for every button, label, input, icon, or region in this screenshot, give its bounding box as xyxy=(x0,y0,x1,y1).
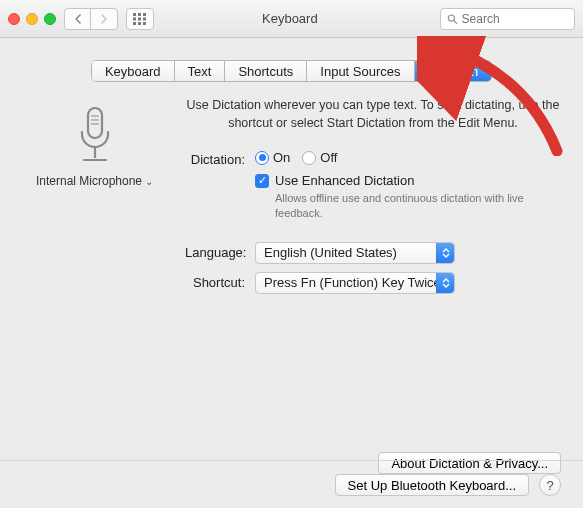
shortcut-select[interactable]: Press Fn (Function) Key Twice xyxy=(255,272,455,294)
nav-buttons xyxy=(64,8,118,30)
divider xyxy=(0,460,583,461)
svg-rect-0 xyxy=(133,13,136,16)
forward-button[interactable] xyxy=(91,9,117,29)
window-controls xyxy=(8,13,56,25)
dropdown-arrows-icon xyxy=(436,273,454,293)
svg-point-9 xyxy=(448,15,454,21)
microphone-column: Internal Microphone ⌄ xyxy=(22,96,167,302)
minimize-icon[interactable] xyxy=(26,13,38,25)
enhanced-dictation-checkbox[interactable]: ✓ Use Enhanced Dictation xyxy=(255,173,540,188)
tab-keyboard[interactable]: Keyboard xyxy=(92,61,175,81)
help-button[interactable]: ? xyxy=(539,474,561,496)
dictation-on-radio[interactable]: On xyxy=(255,150,290,165)
tab-input-sources[interactable]: Input Sources xyxy=(307,61,414,81)
svg-rect-4 xyxy=(138,17,141,20)
svg-rect-7 xyxy=(138,22,141,25)
language-label: Language: xyxy=(185,245,245,260)
window-titlebar: Keyboard xyxy=(0,0,583,38)
chevron-down-icon: ⌄ xyxy=(145,176,153,187)
search-icon xyxy=(447,13,458,25)
language-select[interactable]: English (United States) xyxy=(255,242,455,264)
svg-rect-11 xyxy=(88,108,102,138)
shortcut-label: Shortcut: xyxy=(185,275,245,290)
svg-rect-8 xyxy=(143,22,146,25)
search-field[interactable] xyxy=(440,8,575,30)
show-all-button[interactable] xyxy=(126,8,154,30)
checkbox-checked-icon: ✓ xyxy=(255,174,269,188)
microphone-dropdown[interactable]: Internal Microphone ⌄ xyxy=(36,174,153,188)
svg-rect-6 xyxy=(133,22,136,25)
microphone-label: Internal Microphone xyxy=(36,174,142,188)
tab-text[interactable]: Text xyxy=(175,61,226,81)
svg-rect-5 xyxy=(143,17,146,20)
tab-shortcuts[interactable]: Shortcuts xyxy=(225,61,307,81)
window-title: Keyboard xyxy=(262,11,318,26)
dictation-off-radio[interactable]: Off xyxy=(302,150,337,165)
tabs-row: Keyboard Text Shortcuts Input Sources Di… xyxy=(0,60,583,82)
radio-selected-icon xyxy=(255,151,269,165)
svg-line-10 xyxy=(454,20,457,23)
intro-text: Use Dictation wherever you can type text… xyxy=(185,96,561,132)
microphone-icon xyxy=(71,104,119,168)
enhanced-dictation-hint: Allows offline use and continuous dictat… xyxy=(275,191,540,220)
back-button[interactable] xyxy=(65,9,91,29)
svg-rect-3 xyxy=(133,17,136,20)
grid-icon xyxy=(133,13,147,25)
zoom-icon[interactable] xyxy=(44,13,56,25)
search-input[interactable] xyxy=(462,12,568,26)
radio-unselected-icon xyxy=(302,151,316,165)
tab-dictation[interactable]: Dictation xyxy=(415,61,492,81)
dropdown-arrows-icon xyxy=(436,243,454,263)
content-area: Internal Microphone ⌄ Use Dictation wher… xyxy=(0,82,583,302)
about-dictation-button[interactable]: About Dictation & Privacy... xyxy=(378,452,561,474)
bluetooth-keyboard-button[interactable]: Set Up Bluetooth Keyboard... xyxy=(335,474,529,496)
svg-rect-2 xyxy=(143,13,146,16)
svg-rect-1 xyxy=(138,13,141,16)
dictation-label: Dictation: xyxy=(185,150,245,167)
close-icon[interactable] xyxy=(8,13,20,25)
